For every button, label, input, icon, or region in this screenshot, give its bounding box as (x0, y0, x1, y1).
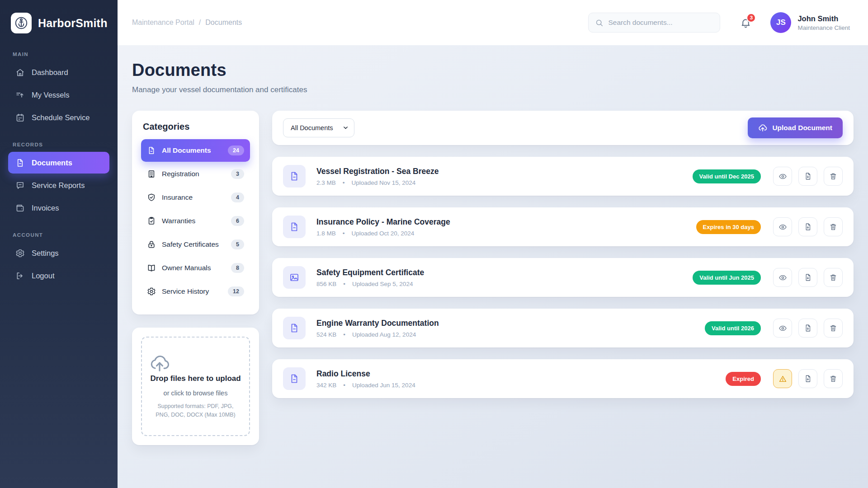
document-uploaded: Uploaded Oct 20, 2024 (352, 230, 415, 237)
eye-icon (778, 273, 787, 282)
upload-document-button[interactable]: Upload Document (748, 117, 843, 138)
sidebar: HarborSmith MAIN Dashboard My Vessels Sc… (0, 0, 118, 488)
category-registration[interactable]: Registration 3 (141, 163, 250, 185)
topbar: Maintenance Portal / Documents 3 (118, 0, 868, 45)
document-size: 342 KB (316, 382, 336, 389)
meta-separator: • (343, 382, 345, 389)
document-size: 2.3 MB (316, 179, 336, 186)
dropzone-title: Drop files here to upload (149, 374, 242, 384)
sidebar-item-schedule-service[interactable]: Schedule Service (8, 107, 109, 128)
sidebar-item-service-reports[interactable]: Service Reports (8, 174, 109, 196)
delete-button[interactable] (824, 217, 843, 236)
breadcrumb-parent[interactable]: Maintenance Portal (132, 19, 194, 27)
category-label: All Documents (162, 146, 211, 155)
view-button[interactable] (773, 268, 792, 287)
category-service-history[interactable]: Service History 12 (141, 280, 250, 303)
download-button[interactable] (798, 319, 817, 338)
document-uploaded: Uploaded Jun 15, 2024 (352, 382, 415, 389)
search-icon (595, 19, 604, 27)
document-meta: 524 KB • Uploaded Aug 12, 2024 (316, 331, 439, 338)
category-label: Owner Manuals (162, 264, 211, 272)
download-button[interactable] (798, 268, 817, 287)
sidebar-item-label: Service Reports (32, 181, 85, 190)
file-download-icon (804, 375, 812, 383)
document-meta: 1.8 MB • Uploaded Oct 20, 2024 (316, 230, 450, 237)
file-icon (283, 216, 306, 238)
download-button[interactable] (798, 369, 817, 388)
sidebar-item-logout[interactable]: Logout (8, 265, 109, 286)
sidebar-item-settings[interactable]: Settings (8, 242, 109, 264)
document-icon (147, 146, 156, 155)
eye-icon (778, 172, 787, 181)
document-title: Vessel Registration - Sea Breeze (316, 167, 439, 176)
search-input[interactable] (608, 19, 713, 27)
status-badge: Valid until 2026 (705, 321, 761, 335)
sidebar-item-label: Settings (32, 249, 59, 258)
category-warranties[interactable]: Warranties 6 (141, 210, 250, 232)
category-count: 4 (231, 192, 244, 202)
category-label: Warranties (162, 217, 195, 225)
app-name: HarborSmith (38, 17, 108, 30)
building-icon (147, 169, 156, 178)
page-subtitle: Manage your vessel documentation and cer… (132, 85, 854, 94)
category-safety-certificates[interactable]: Safety Certificates 5 (141, 233, 250, 256)
brand: HarborSmith (8, 13, 109, 38)
sidebar-item-label: Schedule Service (32, 113, 90, 122)
view-button[interactable] (773, 217, 792, 236)
trash-icon (829, 172, 837, 180)
document-title: Safety Equipment Certificate (316, 268, 424, 277)
category-count: 8 (231, 263, 244, 273)
delete-button[interactable] (824, 268, 843, 287)
document-row: Safety Equipment Certificate 856 KB • Up… (272, 258, 854, 297)
download-button[interactable] (798, 217, 817, 236)
download-button[interactable] (798, 167, 817, 186)
category-count: 24 (228, 145, 244, 155)
document-row: Vessel Registration - Sea Breeze 2.3 MB … (272, 157, 854, 196)
file-download-icon (804, 223, 812, 231)
cloud-upload-icon (149, 353, 242, 374)
file-dropzone[interactable]: Drop files here to upload or click to br… (141, 337, 250, 436)
status-badge: Valid until Jun 2025 (693, 271, 761, 285)
view-button[interactable] (773, 319, 792, 338)
lock-icon (147, 240, 156, 249)
nav-section-records: RECORDS (13, 142, 105, 147)
sidebar-item-dashboard[interactable]: Dashboard (8, 61, 109, 83)
document-meta: 2.3 MB • Uploaded Nov 15, 2024 (316, 179, 439, 186)
sidebar-item-my-vessels[interactable]: My Vessels (8, 84, 109, 106)
delete-button[interactable] (824, 167, 843, 186)
page-title: Documents (132, 61, 854, 80)
sidebar-item-label: Dashboard (32, 68, 68, 77)
category-all-documents[interactable]: All Documents 24 (141, 139, 250, 162)
document-title: Radio License (316, 369, 415, 379)
breadcrumb: Maintenance Portal / Documents (132, 19, 242, 27)
harborsmith-logo-icon (11, 13, 32, 33)
trash-icon (829, 375, 837, 383)
file-icon (283, 367, 306, 390)
meta-separator: • (343, 281, 345, 287)
category-owner-manuals[interactable]: Owner Manuals 8 (141, 257, 250, 279)
categories-panel: Categories All Documents 24 (132, 111, 259, 314)
sidebar-item-label: Logout (32, 272, 54, 280)
category-count: 12 (228, 286, 244, 296)
trash-icon (829, 273, 837, 282)
document-filter-select[interactable]: All Documents (283, 118, 354, 137)
category-label: Insurance (162, 193, 193, 202)
sidebar-item-invoices[interactable]: Invoices (8, 197, 109, 219)
cloud-upload-icon (758, 123, 767, 132)
sidebar-item-documents[interactable]: Documents (8, 152, 109, 174)
trash-icon (829, 324, 837, 332)
category-label: Registration (162, 170, 199, 178)
nav-section-main: MAIN (13, 52, 105, 57)
notifications-button[interactable]: 3 (740, 17, 751, 28)
view-button[interactable] (773, 167, 792, 186)
trash-icon (829, 223, 837, 231)
delete-button[interactable] (824, 319, 843, 338)
dropzone-subtitle: or click to browse files (149, 389, 242, 397)
user-menu[interactable]: JS John Smith Maintenance Client (770, 12, 850, 33)
delete-button[interactable] (824, 369, 843, 388)
report-icon (15, 181, 25, 190)
user-role: Maintenance Client (797, 24, 850, 31)
category-insurance[interactable]: Insurance 4 (141, 186, 250, 209)
expired-alert-button[interactable] (773, 369, 792, 388)
document-meta: 342 KB • Uploaded Jun 15, 2024 (316, 382, 415, 389)
